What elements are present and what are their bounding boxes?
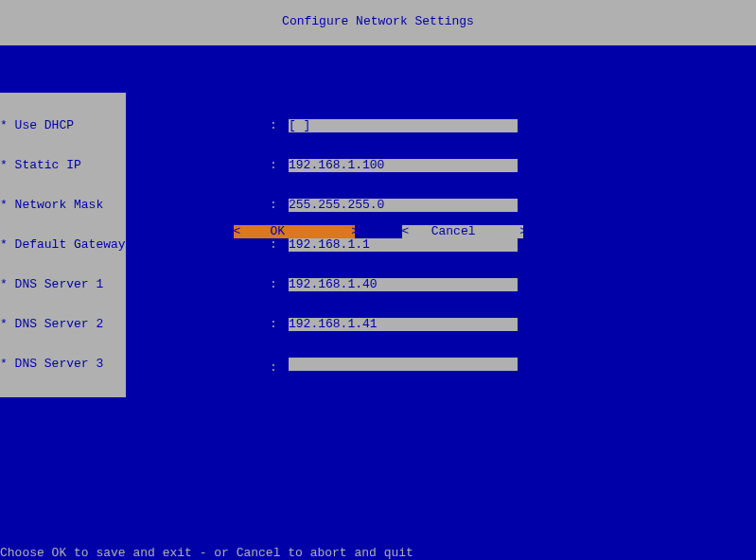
field-labels: * Use DHCP * Static IP * Network Mask * … [0, 93, 126, 397]
value-network-mask[interactable]: 255.255.255.0 [289, 199, 518, 212]
cancel-button[interactable]: < Cancel > [402, 225, 523, 238]
label-static-ip: * Static IP [0, 159, 126, 172]
label-network-mask: * Network Mask [0, 199, 126, 212]
value-dns-server-3[interactable] [289, 358, 518, 371]
label-dns-server-3: * DNS Server 3 [0, 358, 126, 371]
value-dns-server-1[interactable]: 192.168.1.40 [289, 278, 518, 291]
label-dns-server-1: * DNS Server 1 [0, 278, 126, 291]
value-row-dns-server-1: : 192.168.1.40 [270, 278, 516, 291]
page-title: Configure Network Settings [282, 14, 474, 28]
value-use-dhcp[interactable]: [ ] [289, 119, 518, 132]
main-area: * Use DHCP * Static IP * Network Mask * … [0, 45, 756, 518]
value-row-dns-server-2: : 192.168.1.41 [270, 318, 516, 331]
value-row-use-dhcp: : [ ] [270, 119, 516, 132]
buttons-row: < OK > < Cancel > [0, 225, 756, 238]
value-static-ip[interactable]: 192.168.1.100 [289, 159, 518, 172]
footer-hint: Choose OK to save and exit - or Cancel t… [0, 547, 756, 560]
value-dns-server-2[interactable]: 192.168.1.41 [289, 318, 518, 331]
value-row-static-ip: : 192.168.1.100 [270, 159, 516, 172]
ok-button[interactable]: < OK > [234, 225, 355, 238]
field-values: : [ ] : 192.168.1.100 : 255.255.255.0 : … [270, 93, 516, 397]
value-default-gateway[interactable]: 192.168.1.1 [289, 238, 518, 252]
value-row-network-mask: : 255.255.255.0 [270, 199, 516, 212]
value-row-default-gateway: : 192.168.1.1 [270, 238, 516, 252]
label-dns-server-2: * DNS Server 2 [0, 318, 126, 331]
title-bar: Configure Network Settings [0, 0, 756, 45]
label-default-gateway: * Default Gateway [0, 238, 126, 252]
value-row-dns-server-3: : [270, 358, 516, 371]
label-use-dhcp: * Use DHCP [0, 119, 126, 132]
